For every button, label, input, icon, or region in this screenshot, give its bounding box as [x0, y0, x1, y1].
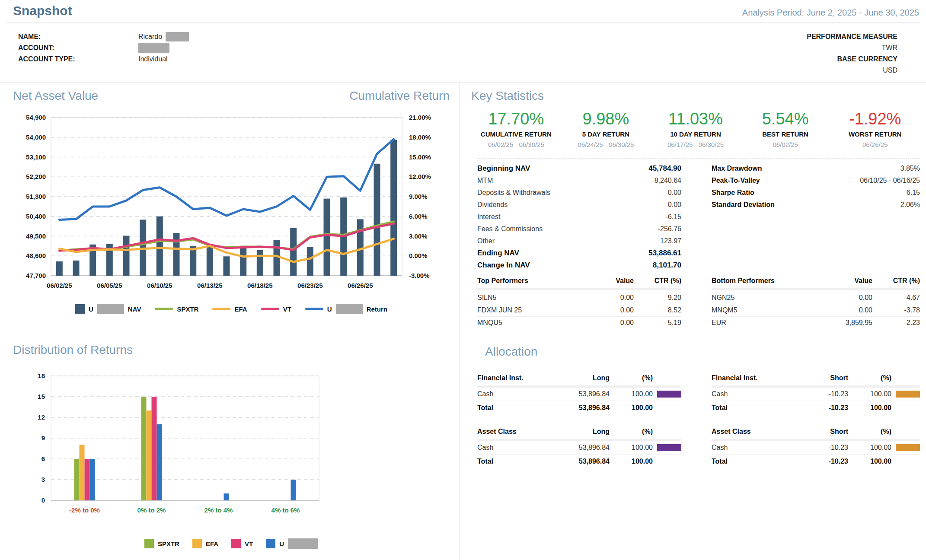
legend-text: VT [283, 305, 291, 313]
legend-text: Return [367, 305, 387, 313]
divider [6, 335, 454, 335]
svg-text:06/26/25: 06/26/25 [348, 282, 373, 289]
allocation-bar-cell [891, 444, 920, 451]
allocation-value: -10.23 [783, 458, 848, 465]
allocation-name: Cash [712, 444, 783, 452]
allocation-name: Cash [712, 390, 783, 398]
legend-text: EFA [234, 305, 247, 313]
allocation-bar [657, 391, 681, 398]
nav-summary-value: -6.15 [666, 213, 681, 221]
account-field-row: NAME:Ricardo [18, 31, 189, 42]
allocation-value: 53,896.84 [545, 404, 610, 412]
table-cell: EUR [712, 319, 821, 327]
svg-text:6: 6 [42, 455, 45, 462]
svg-text:06/18/25: 06/18/25 [247, 282, 272, 289]
legend-text: U [279, 540, 284, 547]
legend-text: U [327, 305, 332, 313]
table-total-row: Total-10.23100.00 [712, 455, 920, 468]
table-cell: FDXM JUN 25 [477, 306, 582, 314]
allocation-bar [896, 391, 920, 398]
legend-swatch-icon [75, 304, 85, 314]
nav-summary-value: 0.00 [668, 189, 681, 197]
nav-summary-label: MTM [477, 177, 493, 185]
nav-summary-label: Other [477, 237, 495, 245]
allocation-pct-header: (%) [848, 428, 891, 436]
svg-text:2% to 4%: 2% to 4% [204, 506, 233, 514]
header-band [477, 288, 681, 290]
table-cell: 0.00 [582, 319, 634, 327]
distribution-chart-legend: SPXTREFAVTU [13, 538, 450, 549]
allocation-bar-cell [891, 391, 920, 398]
allocation-table: Asset ClassLong(%)Cash53,896.84100.00Tot… [477, 424, 681, 468]
allocation-pct-header: (%) [610, 374, 653, 382]
table-cell: -2.23 [872, 319, 920, 327]
allocation-pct-header: (%) [848, 374, 891, 382]
svg-text:0.00%: 0.00% [409, 252, 428, 259]
table-row: MNQU50.005.19 [477, 317, 681, 329]
svg-text:12: 12 [38, 414, 45, 421]
risk-label: Standard Deviation [712, 201, 775, 209]
svg-text:06/13/25: 06/13/25 [197, 282, 222, 289]
allocation-group-header: Financial Inst. [477, 374, 545, 382]
svg-text:48,600: 48,600 [26, 252, 46, 259]
legend-swatch-icon [155, 308, 173, 310]
top-performers-table: Top PerformersValueCTR (%)SILN50.009.20F… [477, 274, 681, 329]
nav-summary-table: Beginning NAV45,784.90MTM8,240.64Deposit… [477, 162, 681, 271]
allocation-header: Financial Inst.Long(%) [477, 371, 681, 385]
account-field-label: ACCOUNT: [18, 44, 138, 52]
table-row: EUR3,859.95-2.23 [712, 317, 920, 329]
allocation-pct-header: (%) [610, 428, 653, 436]
allocation-side-header: Long [545, 428, 610, 436]
table-cell: -3.78 [872, 306, 920, 314]
svg-text:12.00%: 12.00% [409, 173, 431, 180]
svg-text:47,700: 47,700 [26, 272, 46, 279]
base-currency-value: USD [807, 65, 897, 76]
performers-header-cell: Top Performers [477, 277, 582, 285]
legend-item-efa: EFA [212, 305, 247, 313]
base-currency-label: BASE CURRENCY [807, 54, 897, 65]
svg-text:54,900: 54,900 [26, 114, 46, 121]
account-field-value [138, 43, 169, 53]
nav-chart-legend: UNAVSPXTREFAVTUReturn [13, 304, 450, 314]
allocation-pct: 100.00 [848, 458, 891, 465]
svg-text:52,200: 52,200 [26, 173, 46, 180]
risk-row: Max Drawdown3.85% [712, 162, 920, 175]
table-row: Cash53,896.84100.00 [477, 441, 681, 455]
allocation-header: Financial Inst.Short(%) [712, 371, 920, 385]
account-field-text: Individual [138, 55, 168, 63]
account-field-value: Ricardo [138, 32, 189, 41]
allocation-pct: 100.00 [848, 444, 891, 452]
svg-text:18: 18 [38, 372, 45, 379]
allocation-name: Total [712, 458, 783, 465]
vertical-divider [460, 83, 460, 560]
redaction-box [288, 538, 318, 549]
stat-value: 9.98% [561, 109, 651, 129]
legend-item-vt: VT [261, 305, 291, 313]
svg-text:4% to 6%: 4% to 6% [271, 506, 300, 514]
snapshot-report: Snapshot Analysis Period: June 2, 2025 -… [0, 0, 926, 560]
svg-text:15.00%: 15.00% [409, 153, 431, 161]
distribution-chart: 0369121518-2% to 0%0% to 2%2% to 4%4% to… [13, 366, 450, 525]
stat-period: 06/02/25 [741, 141, 830, 148]
allocation-bar-cell [653, 391, 681, 398]
nav-combo-chart: 47,70048,60049,50050,40051,30052,20053,1… [13, 111, 450, 301]
nav-summary-value: 0.00 [668, 201, 681, 209]
svg-text:06/05/25: 06/05/25 [97, 282, 122, 289]
allocation-header: Asset ClassShort(%) [712, 424, 920, 439]
nav-summary-label: Interest [477, 213, 500, 221]
key-statistics-title: Key Statistics [471, 89, 544, 103]
svg-text:-3.00%: -3.00% [409, 272, 430, 279]
legend-text: EFA [206, 540, 218, 547]
stat-label: 10 DAY RETURN [651, 130, 741, 138]
svg-text:18.00%: 18.00% [409, 134, 431, 141]
svg-text:3.00%: 3.00% [409, 232, 428, 240]
header-divider [6, 22, 920, 23]
nav-summary-label: Ending NAV [477, 249, 519, 258]
distribution-panel: Distribution of Returns 0369121518-2% to… [13, 341, 450, 560]
stat-block: 9.98%5 DAY RETURN06/24/25 - 06/30/25 [561, 109, 651, 148]
allocation-name: Cash [477, 390, 545, 398]
performance-measure-value: TWR [807, 42, 897, 54]
allocation-side-header: Long [545, 374, 610, 382]
table-cell: 0.00 [821, 294, 872, 302]
svg-text:15: 15 [38, 393, 45, 400]
